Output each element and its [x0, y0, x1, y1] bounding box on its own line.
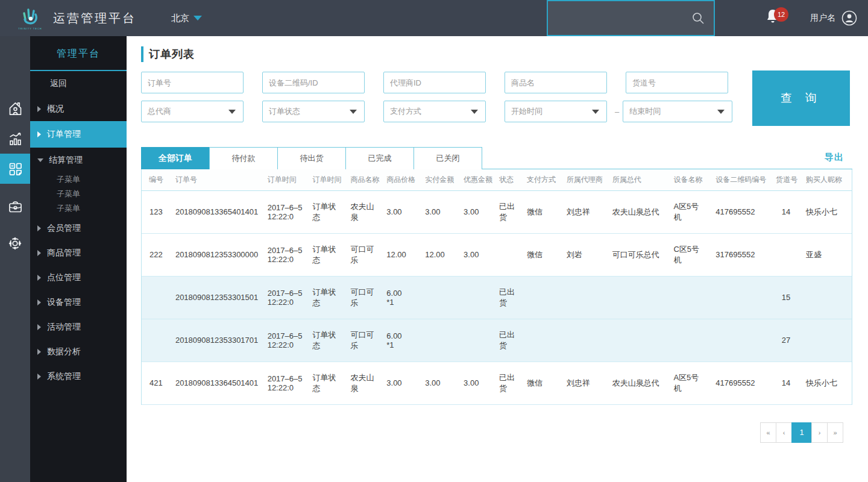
chevron-right-icon [37, 225, 41, 231]
icon-rail [0, 36, 30, 482]
sidebar-item-子菜单[interactable]: 子菜单 [30, 187, 127, 201]
sidebar-item-back[interactable]: 返回 [30, 71, 127, 96]
search-icon[interactable] [691, 11, 705, 25]
sidebar-item-商品管理[interactable]: 商品管理 [30, 240, 127, 265]
lane-number-input[interactable] [626, 72, 728, 93]
rail-settings[interactable] [0, 228, 30, 258]
search-input[interactable] [548, 1, 691, 35]
chevron-down-icon [228, 110, 236, 114]
table-row[interactable]: 12320180908133654014012017–6–5 12:22:0订单… [142, 190, 852, 233]
device-qr-id-input[interactable] [262, 72, 365, 93]
order-tabs: 全部订单待付款待出货已完成已关闭 [141, 147, 852, 169]
gear-icon [7, 235, 24, 252]
order-status-select[interactable]: 订单状态 [262, 101, 365, 122]
sidebar-item-系统管理[interactable]: 系统管理 [30, 364, 127, 389]
sidebar-item-label: 点位管理 [47, 272, 81, 283]
table-cell [522, 319, 562, 362]
page-button-current[interactable]: 1 [791, 422, 812, 443]
avatar-icon [841, 10, 857, 26]
chevron-right-icon [37, 374, 41, 380]
sidebar-item-活动管理[interactable]: 活动管理 [30, 315, 127, 339]
username-label: 用户名 [810, 13, 835, 23]
page-button[interactable]: ‹ [776, 422, 792, 443]
table-cell: 可口可乐 [345, 233, 382, 276]
product-name-input[interactable] [505, 72, 607, 93]
rail-orders[interactable] [0, 154, 30, 184]
table-row[interactable]: 42120180908133645014012017–6–5 12:22:0订单… [142, 362, 852, 404]
city-selector[interactable]: 北京 [171, 13, 202, 24]
column-header: 所属总代 [608, 169, 669, 190]
agent-id-input[interactable] [383, 72, 486, 93]
sidebar-item-子菜单[interactable]: 子菜单 [30, 201, 127, 216]
chevron-right-icon [37, 275, 41, 281]
start-time-select[interactable]: 开始时间 [505, 101, 607, 122]
tab-待付款[interactable]: 待付款 [209, 147, 278, 169]
column-header: 商品价格 [382, 169, 420, 190]
column-header: 货道号 [771, 169, 801, 190]
page-button[interactable]: » [827, 422, 843, 443]
table-cell: 2017–6–5 12:22:0 [263, 233, 308, 276]
sidebar-item-设备管理[interactable]: 设备管理 [30, 290, 127, 315]
page-title: 订单列表 [141, 46, 852, 63]
order-number-input[interactable] [141, 72, 244, 93]
sidebar-item-结算管理[interactable]: 结算管理 [30, 148, 127, 172]
table-cell [522, 276, 562, 319]
table-cell: 可口可乐 [345, 276, 382, 319]
sidebar-item-子菜单[interactable]: 子菜单 [30, 172, 127, 187]
tab-已完成[interactable]: 已完成 [345, 147, 414, 169]
column-header: 编号 [142, 169, 171, 190]
table-row[interactable]: 22220180908123533000002017–6–5 12:22:0订单… [142, 233, 852, 276]
table-cell: 已出货 [494, 362, 522, 404]
table-cell: 3.00 [420, 362, 459, 404]
tab-待出货[interactable]: 待出货 [277, 147, 346, 169]
table-cell [711, 319, 771, 362]
table-cell: 3.00 [382, 190, 420, 233]
table-cell: 2018090812353301501 [171, 276, 263, 319]
page-button[interactable]: « [760, 422, 776, 443]
table-cell [420, 276, 459, 319]
payment-method-select[interactable]: 支付方式 [383, 101, 486, 122]
table-cell: 6.00 *1 [382, 319, 420, 362]
sidebar-item-点位管理[interactable]: 点位管理 [30, 265, 127, 290]
table-cell: 可口可乐 [345, 319, 382, 362]
table-cell [494, 233, 522, 276]
table-cell [711, 276, 771, 319]
chevron-right-icon [37, 106, 41, 112]
table-cell: 2018090813364501401 [171, 362, 263, 404]
top-header: TRINITY TECH 运营管理平台 北京 12 用户名 [0, 0, 868, 36]
export-link[interactable]: 导出 [825, 152, 844, 163]
sidebar-item-概况[interactable]: 概况 [30, 96, 127, 121]
tab-已关闭[interactable]: 已关闭 [414, 147, 482, 169]
column-header: 订单时间 [308, 169, 346, 190]
table-cell: 刘忠祥 [562, 190, 608, 233]
page-button[interactable]: › [811, 422, 828, 443]
table-cell: 27 [771, 319, 801, 362]
sidebar-item-label: 数据分析 [47, 346, 81, 357]
table-cell: 2017–6–5 12:22:0 [263, 190, 308, 233]
general-agent-select[interactable]: 总代商 [141, 101, 244, 122]
table-cell: 2018090812353300000 [171, 233, 263, 276]
rail-business[interactable] [0, 191, 30, 221]
column-header: 实付金额 [420, 169, 459, 190]
table-cell [668, 319, 711, 362]
sidebar-item-订单管理[interactable]: 订单管理 [30, 121, 127, 148]
tab-全部订单[interactable]: 全部订单 [141, 147, 210, 169]
sidebar-item-会员管理[interactable]: 会员管理 [30, 216, 127, 240]
table-row[interactable]: 20180908123533015012017–6–5 12:22:0订单状态可… [142, 276, 852, 319]
table-cell: 订单状态 [308, 319, 346, 362]
modules-icon [7, 161, 24, 177]
table-cell [420, 319, 459, 362]
rail-analytics[interactable] [0, 124, 30, 154]
sidebar-menu: 概况订单管理结算管理子菜单子菜单子菜单会员管理商品管理点位管理设备管理活动管理数… [30, 96, 127, 389]
column-header: 设备名称 [668, 169, 711, 190]
table-cell: 3.00 [420, 190, 459, 233]
table-row[interactable]: 20180908123533017012017–6–5 12:22:0订单状态可… [142, 319, 852, 362]
user-menu[interactable]: 用户名 [810, 0, 857, 36]
sidebar-item-数据分析[interactable]: 数据分析 [30, 339, 127, 364]
end-time-select[interactable]: 结束时间 [623, 101, 732, 122]
column-header: 支付方式 [522, 169, 562, 190]
notifications-button[interactable]: 12 [766, 8, 794, 29]
table-cell: 快乐小七 [801, 190, 852, 233]
query-button[interactable]: 查 询 [752, 70, 850, 126]
rail-home[interactable] [0, 93, 30, 124]
